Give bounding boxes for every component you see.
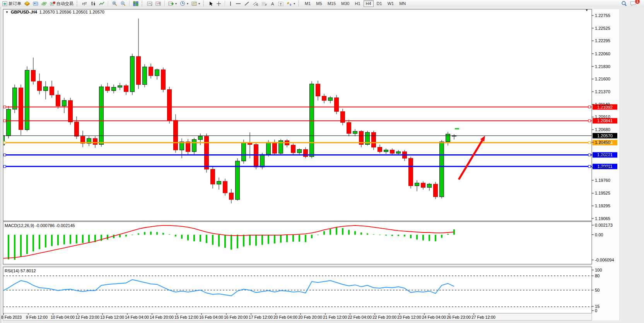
auto-trading-button[interactable]: 自动交易 <box>48 0 75 7</box>
market-watch-icon <box>24 1 30 6</box>
hline-anchor[interactable] <box>3 165 6 167</box>
hline-anchor[interactable] <box>588 120 591 122</box>
new-order-label: 新订单 <box>9 1 21 7</box>
macd-pane <box>3 222 592 264</box>
candle-down <box>93 138 97 145</box>
timeframe-button-W1[interactable]: W1 <box>385 0 396 7</box>
hline-anchor[interactable] <box>588 106 591 108</box>
fibonacci-tool-button[interactable]: F <box>260 0 269 7</box>
auto-trading-label: 自动交易 <box>56 1 73 7</box>
candle-down <box>316 84 320 96</box>
tile-windows-button[interactable] <box>132 0 140 7</box>
trendline-tool-button[interactable] <box>243 0 251 7</box>
svg-text:E: E <box>256 3 258 6</box>
time-tick-label: 16 Feb 04:00 <box>199 315 223 320</box>
candle-up <box>396 152 401 153</box>
text-label-tool-button[interactable]: T <box>277 0 285 7</box>
macd-tick-label: -0.006094 <box>595 258 614 262</box>
text-tool-button[interactable]: A <box>269 0 277 7</box>
dropdown-caret-icon: ▾ <box>294 2 295 5</box>
channel-icon: E <box>253 1 258 6</box>
time-tick-label: 10 Feb 04:00 <box>51 315 75 320</box>
new-order-button[interactable]: 新订单 <box>1 0 23 7</box>
time-tick-label: 13 Feb 12:00 <box>100 315 124 320</box>
notifications-button[interactable]: 1 <box>629 0 638 7</box>
zoom-in-button[interactable] <box>110 0 119 7</box>
candle-up <box>13 88 17 109</box>
horizontal-line-tool-button[interactable] <box>234 0 243 7</box>
indicators-button[interactable]: ▾ <box>167 0 178 7</box>
toolbar-grip <box>142 1 144 6</box>
time-tick-label: 9 Feb 12:00 <box>26 315 48 320</box>
candlestick-chart-button[interactable] <box>89 0 97 7</box>
data-window-button[interactable] <box>31 0 40 7</box>
templates-button[interactable]: ▾ <box>190 0 202 7</box>
search-button[interactable] <box>620 0 629 7</box>
crosshair-tool-button[interactable] <box>215 0 223 7</box>
cursor-tool-button[interactable] <box>207 0 215 7</box>
timeframe-button-H1[interactable]: H1 <box>352 0 362 7</box>
hline-anchor[interactable] <box>3 142 6 144</box>
hline-anchor[interactable] <box>3 120 6 122</box>
trendline-icon <box>244 1 249 6</box>
hline-anchor[interactable] <box>3 154 6 156</box>
candle-down <box>31 70 36 81</box>
timeframe-group: M1M5M15M30H1H4D1W1MN <box>301 0 409 7</box>
chart-window[interactable]: 1.210921.208411.205701.204441.202211.200… <box>0 7 644 323</box>
profile-chart-button[interactable] <box>145 0 154 7</box>
candle-down <box>124 85 128 92</box>
market-watch-button[interactable] <box>23 0 31 7</box>
timeframe-button-M1[interactable]: M1 <box>302 0 313 7</box>
candle-down <box>161 70 166 89</box>
equidistant-channel-tool-button[interactable]: E <box>251 0 260 7</box>
bar-chart-button[interactable] <box>80 0 89 7</box>
candle-up <box>427 184 432 188</box>
strategy-tester-icon <box>41 1 47 6</box>
time-tick-label: 17 Feb 12:00 <box>249 315 273 320</box>
candle-up <box>143 67 147 85</box>
hline-anchor[interactable] <box>3 106 6 108</box>
timeframe-button-M15[interactable]: M15 <box>325 0 338 7</box>
candle-up <box>44 87 48 91</box>
periods-button[interactable]: ▾ <box>178 0 190 7</box>
rsi-tick-label: 100 <box>595 268 602 272</box>
tile-windows-icon <box>133 1 138 6</box>
price-tick-label: 1.21830 <box>595 64 610 69</box>
candle-down <box>205 136 209 169</box>
timeframe-button-H4[interactable]: H4 <box>364 0 374 7</box>
zoom-out-button[interactable] <box>119 0 127 7</box>
hline-anchor[interactable] <box>588 142 591 144</box>
series-end-marker[interactable]: ▼ <box>585 9 588 12</box>
search-icon <box>621 1 627 7</box>
time-tick-label: 14 Feb 20:00 <box>150 315 174 320</box>
bar-chart-icon <box>82 1 87 6</box>
candle-down <box>50 87 54 95</box>
price-badge-label: 1.20570 <box>597 133 613 138</box>
price-tick-label: 1.22755 <box>595 13 610 18</box>
hline-anchor[interactable] <box>588 165 591 167</box>
candle-up <box>353 131 357 133</box>
time-tick-label: 20 Feb 04:00 <box>273 315 297 320</box>
chart-canvas[interactable]: 1.210921.208411.205701.204441.202211.200… <box>0 7 644 323</box>
vertical-line-tool-button[interactable] <box>227 0 234 7</box>
time-tick-label: 8 Feb 2023 <box>1 315 22 320</box>
clock-icon <box>180 1 185 6</box>
timeframe-button-D1[interactable]: D1 <box>374 0 384 7</box>
scale-fix-button[interactable] <box>154 0 162 7</box>
candle-down <box>174 120 178 150</box>
symbol-dropdown-icon[interactable]: ▼ <box>5 10 9 14</box>
timeframe-button-MN[interactable]: MN <box>397 0 408 7</box>
strategy-tester-button[interactable] <box>40 0 48 7</box>
timeframe-button-M30[interactable]: M30 <box>339 0 352 7</box>
time-tick-label: 20 Feb 20:00 <box>298 315 322 320</box>
svg-text:A: A <box>271 2 274 6</box>
hline-anchor[interactable] <box>588 154 591 156</box>
line-chart-button[interactable] <box>97 0 106 7</box>
candle-up <box>310 84 314 157</box>
arrows-tool-button[interactable]: ▾ <box>285 0 297 7</box>
timeframe-button-M5[interactable]: M5 <box>314 0 324 7</box>
macd-label: MACD(12,26,9) -0.000786 -0.002145 <box>5 223 75 228</box>
time-tick-label: 23 Feb 12:00 <box>397 315 421 320</box>
candle-down <box>254 145 258 167</box>
candle-down <box>167 89 172 120</box>
